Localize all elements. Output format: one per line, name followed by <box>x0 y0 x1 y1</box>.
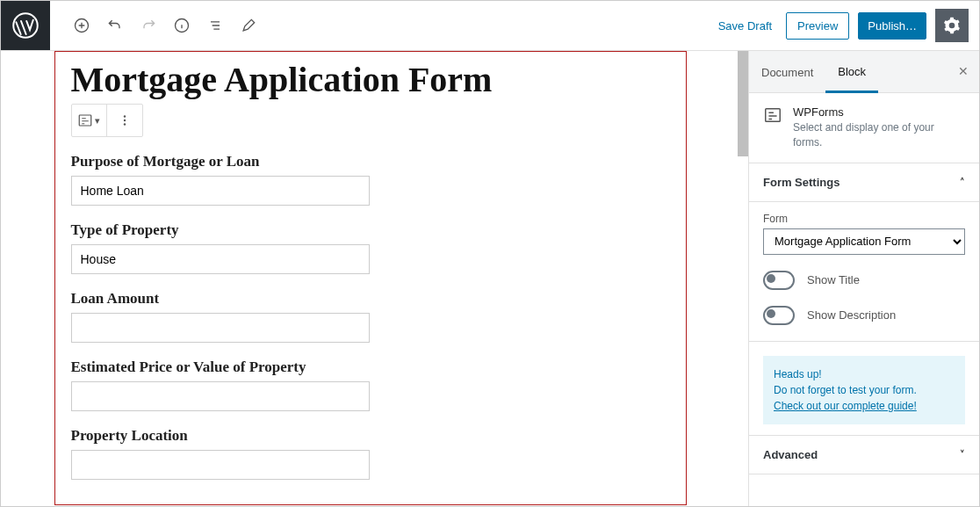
inspector-sidebar: Document Block ✕ WPForms Select and disp… <box>748 51 979 506</box>
list-icon <box>206 17 224 34</box>
more-vertical-icon <box>117 112 133 128</box>
toggle-label: Show Title <box>807 273 860 286</box>
field-label: Purpose of Mortgage or Loan <box>71 153 670 170</box>
field-label: Loan Amount <box>71 290 670 308</box>
edit-button[interactable] <box>234 11 263 40</box>
redo-button[interactable] <box>134 11 162 40</box>
chevron-up-icon: ˄ <box>960 177 965 188</box>
chevron-down-icon: ˅ <box>960 449 965 460</box>
undo-button[interactable] <box>101 11 129 40</box>
form-select-label: Form <box>763 213 965 225</box>
settings-button[interactable] <box>935 9 969 42</box>
undo-icon <box>106 17 124 34</box>
block-type-button[interactable]: ▾ <box>72 105 107 136</box>
tab-document[interactable]: Document <box>749 52 825 91</box>
inspector-close-button[interactable]: ✕ <box>953 63 974 79</box>
field-input-purpose[interactable] <box>71 176 370 206</box>
block-more-button[interactable] <box>107 105 142 136</box>
block-toolbar: ▾ <box>71 104 143 137</box>
toggle-show-title[interactable] <box>763 271 795 290</box>
panel-form-settings-body: Form Mortgage Application Form Show Titl… <box>749 202 979 342</box>
toggle-label: Show Description <box>807 308 896 322</box>
editor-topbar: Save Draft Preview Publish… <box>1 1 979 51</box>
save-draft-button[interactable]: Save Draft <box>713 18 777 33</box>
tab-block[interactable]: Block <box>825 51 878 93</box>
svg-point-6 <box>123 123 125 125</box>
panel-advanced-header[interactable]: Advanced ˅ <box>749 435 979 474</box>
form-field: Type of Property <box>71 221 670 274</box>
field-input-loan-amount[interactable] <box>71 313 370 343</box>
redo-icon <box>140 17 157 34</box>
field-label: Type of Property <box>71 221 670 239</box>
field-input-property-type[interactable] <box>71 244 370 274</box>
field-label: Estimated Price or Value of Property <box>71 359 670 376</box>
block-subtitle: Select and display one of your forms. <box>793 120 965 150</box>
form-block-icon <box>763 105 782 125</box>
content-info-button[interactable] <box>168 11 196 40</box>
form-field: Estimated Price or Value of Property <box>71 359 670 411</box>
form-block-icon <box>77 112 93 128</box>
block-description-section: WPForms Select and display one of your f… <box>749 93 979 163</box>
notice-body: Do not forget to test your form. <box>774 384 917 396</box>
preview-button[interactable]: Preview <box>786 12 849 40</box>
wordpress-icon <box>12 12 39 39</box>
block-title: WPForms <box>793 105 965 119</box>
notice-box: Heads up! Do not forget to test your for… <box>763 356 965 424</box>
editor-canvas-area[interactable]: Mortgage Application Form ▾ Purpose of M… <box>1 51 748 506</box>
form-field: Property Location <box>71 427 670 480</box>
toggle-show-description[interactable] <box>763 306 795 325</box>
panel-form-settings-header[interactable]: Form Settings ˄ <box>749 163 979 202</box>
panel-title: Form Settings <box>763 176 839 189</box>
form-select[interactable]: Mortgage Application Form <box>763 228 965 255</box>
add-block-button[interactable] <box>68 11 96 40</box>
notice-heads: Heads up! <box>774 368 822 380</box>
svg-rect-3 <box>79 115 91 126</box>
gear-icon <box>943 17 961 34</box>
page-title[interactable]: Mortgage Application Form <box>71 59 670 100</box>
editor-scrollbar[interactable] <box>738 51 748 156</box>
field-label: Property Location <box>71 427 670 445</box>
svg-point-4 <box>123 115 125 117</box>
svg-point-5 <box>123 120 125 121</box>
form-field: Loan Amount <box>71 290 670 343</box>
inspector-tabs: Document Block ✕ <box>749 51 979 93</box>
chevron-down-icon: ▾ <box>95 115 100 127</box>
publish-button[interactable]: Publish… <box>858 12 926 40</box>
panel-title: Advanced <box>763 448 818 461</box>
notice-link[interactable]: Check out our complete guide! <box>774 400 917 412</box>
form-field: Purpose of Mortgage or Loan <box>71 153 670 206</box>
wordpress-logo[interactable] <box>1 1 50 50</box>
pencil-icon <box>240 17 257 34</box>
plus-circle-icon <box>73 17 90 34</box>
selected-form-block[interactable]: Mortgage Application Form ▾ Purpose of M… <box>54 51 687 505</box>
info-icon <box>173 17 191 34</box>
field-input-property-location[interactable] <box>71 450 370 480</box>
svg-rect-7 <box>766 109 781 122</box>
block-navigation-button[interactable] <box>201 11 229 40</box>
field-input-estimated-value[interactable] <box>71 381 370 411</box>
